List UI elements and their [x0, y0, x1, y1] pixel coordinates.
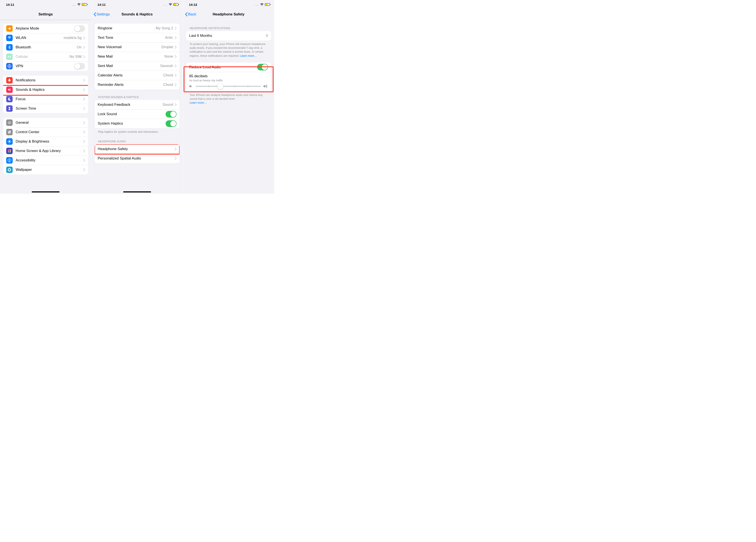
status-time: 14:11 — [6, 3, 14, 6]
row-screen-time[interactable]: Screen Time — [3, 104, 88, 113]
row-last-6-months[interactable]: Last 6 Months 0 — [186, 31, 271, 40]
row-new-mail[interactable]: New Mail None — [95, 52, 180, 61]
decibel-slider[interactable] — [196, 86, 261, 87]
svg-point-13 — [8, 131, 9, 132]
row-label: Home Screen & App Library — [16, 149, 83, 153]
row-display-brightness[interactable]: Display & Brightness — [3, 137, 88, 146]
status-bar: 14:11 .... — [0, 0, 91, 9]
row-notifications[interactable]: Notifications — [3, 76, 88, 85]
svg-rect-25 — [8, 150, 9, 151]
row-value: mobitrix-5g — [64, 36, 82, 40]
back-button[interactable]: Back — [183, 12, 196, 16]
row-keyboard-feedback[interactable]: Keyboard Feedback Sound — [95, 100, 180, 109]
chevron-right-icon — [175, 148, 177, 151]
bluetooth-icon — [6, 44, 13, 51]
section-footer-reduce: Your iPhone can analyze headphone audio … — [190, 93, 268, 105]
row-sounds-haptics[interactable]: Sounds & Haptics — [3, 85, 88, 94]
group-last-6-months: Last 6 Months 0 — [186, 31, 271, 40]
svg-point-39 — [9, 169, 10, 170]
settings-group-general: General Control Center Display & Brightn… — [3, 118, 88, 175]
row-value: My Song 2 — [156, 26, 173, 30]
row-label: VPN — [16, 64, 74, 68]
svg-point-32 — [9, 171, 10, 172]
toggle-lock-sound[interactable] — [166, 111, 177, 118]
moon-icon — [6, 96, 13, 102]
row-value: Droplet — [161, 45, 173, 49]
row-bluetooth[interactable]: Bluetooth On — [3, 43, 88, 52]
row-label: Reminder Alerts — [98, 83, 163, 87]
row-value: Chord — [163, 73, 173, 78]
nav-header: Back Headphone Safety — [183, 9, 274, 20]
battery-icon — [265, 3, 270, 6]
svg-line-11 — [10, 121, 11, 122]
switches-icon — [6, 129, 13, 135]
svg-rect-27 — [8, 151, 9, 153]
cell-dots-icon: .... — [163, 3, 168, 6]
svg-line-8 — [8, 121, 9, 122]
row-headphone-safety[interactable]: Headphone Safety — [95, 144, 180, 154]
volume-low-icon — [189, 85, 193, 88]
chevron-right-icon — [175, 55, 177, 58]
row-sent-mail[interactable]: Sent Mail Swoosh — [95, 61, 180, 71]
row-value: Sound — [163, 103, 173, 107]
svg-point-16 — [9, 141, 10, 142]
chevron-right-icon — [83, 88, 85, 91]
phone-settings: 14:11 .... Settings Airplane Mode WL — [0, 0, 91, 194]
toggle-reduce-loud-audio[interactable] — [257, 64, 268, 70]
row-cellular[interactable]: Cellular No SIM — [3, 52, 88, 61]
row-label: Text Tone — [98, 36, 165, 40]
row-new-voicemail[interactable]: New Voicemail Droplet — [95, 42, 180, 52]
chevron-left-icon — [94, 12, 96, 16]
chevron-right-icon — [83, 140, 85, 143]
row-lock-sound[interactable]: Lock Sound — [95, 109, 180, 119]
row-focus[interactable]: Focus — [3, 94, 88, 104]
row-spatial-audio[interactable]: Personalized Spatial Audio — [95, 154, 180, 163]
svg-line-9 — [10, 124, 11, 124]
back-button[interactable]: Settings — [91, 12, 110, 16]
chevron-right-icon — [83, 36, 85, 39]
row-airplane-mode[interactable]: Airplane Mode — [3, 24, 88, 33]
toggle-vpn[interactable] — [74, 63, 85, 70]
row-value: No SIM — [69, 55, 82, 59]
chevron-right-icon — [175, 64, 177, 67]
row-vpn[interactable]: VPN — [3, 61, 88, 71]
row-reduce-loud-audio[interactable]: Reduce Loud Audio — [186, 63, 271, 72]
svg-point-0 — [9, 57, 10, 57]
decibel-value: 85 decibels — [189, 74, 268, 78]
row-control-center[interactable]: Control Center — [3, 127, 88, 137]
section-header-system: SYSTEM SOUNDS & HAPTICS — [98, 96, 180, 99]
row-general[interactable]: General — [3, 118, 88, 127]
svg-point-15 — [10, 133, 10, 133]
settings-group-notifications: Notifications Sounds & Haptics Focus — [3, 76, 88, 113]
learn-more-link-2[interactable]: Learn more… — [190, 101, 207, 104]
row-wallpaper[interactable]: Wallpaper — [3, 165, 88, 175]
row-calendar-alerts[interactable]: Calendar Alerts Chord — [95, 71, 180, 80]
chevron-right-icon — [175, 157, 177, 160]
row-system-haptics[interactable]: System Haptics — [95, 119, 180, 128]
chevron-right-icon — [175, 103, 177, 106]
toggle-system-haptics[interactable] — [166, 120, 177, 127]
flower-icon — [6, 167, 13, 173]
row-text-tone[interactable]: Text Tone Antic — [95, 33, 180, 42]
slider-thumb[interactable] — [217, 83, 223, 89]
status-bar: 14:12 .... — [183, 0, 274, 9]
section-footer-notifications: To protect your hearing, your iPhone wil… — [190, 42, 268, 58]
row-ringtone[interactable]: Ringtone My Song 2 — [95, 24, 180, 33]
row-label: Last 6 Months — [189, 34, 266, 38]
sun-icon — [6, 138, 13, 145]
row-home-screen[interactable]: Home Screen & App Library — [3, 146, 88, 156]
home-indicator[interactable] — [123, 191, 151, 193]
group-reduce-loud-audio: Reduce Loud Audio 85 decibels As loud as… — [186, 63, 271, 91]
wifi-icon — [169, 3, 172, 6]
row-accessibility[interactable]: Accessibility — [3, 156, 88, 165]
row-label: Bluetooth — [16, 45, 77, 49]
row-wlan[interactable]: WLAN mobitrix-5g — [3, 33, 88, 43]
row-label: Headphone Safety — [98, 147, 175, 151]
learn-more-link[interactable]: Learn more… — [240, 54, 257, 57]
row-decibels: 85 decibels As loud as heavy city traffi… — [186, 72, 271, 82]
toggle-airplane[interactable] — [74, 25, 85, 32]
chevron-right-icon — [83, 79, 85, 82]
row-reminder-alerts[interactable]: Reminder Alerts Chord — [95, 80, 180, 90]
home-indicator[interactable] — [32, 191, 60, 193]
back-label: Settings — [97, 12, 110, 16]
